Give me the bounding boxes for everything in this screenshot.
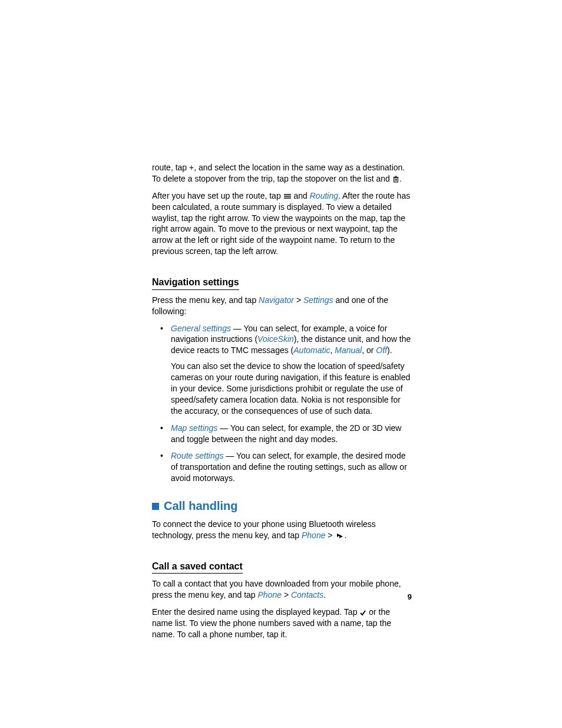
link-settings[interactable]: Settings <box>303 295 333 305</box>
paragraph-route-delete: route, tap +, and select the location in… <box>152 162 412 185</box>
link-voiceskin[interactable]: VoiceSkin <box>257 334 294 344</box>
square-bullet-icon <box>152 503 159 510</box>
paragraph-routing: After you have set up the route, tap and… <box>152 190 412 257</box>
svg-rect-5 <box>395 176 396 177</box>
link-route-settings[interactable]: Route settings <box>171 451 224 460</box>
checkmark-icon <box>359 610 366 617</box>
link-contacts[interactable]: Contacts <box>291 590 323 599</box>
paragraph-contact-1: To call a contact that you have download… <box>152 578 412 601</box>
link-off[interactable]: Off <box>376 345 387 355</box>
menu-icon <box>283 193 292 199</box>
trash-icon <box>392 176 399 183</box>
link-phone[interactable]: Phone <box>302 531 325 540</box>
heading-navigation-settings: Navigation settings <box>152 276 239 290</box>
paragraph-contact-2: Enter the desired name using the display… <box>152 607 412 640</box>
link-routing[interactable]: Routing <box>310 191 338 200</box>
page-number: 9 <box>408 592 412 601</box>
link-navigator[interactable]: Navigator <box>259 295 294 305</box>
bullet-list: General settings — You can select, for e… <box>152 323 412 485</box>
link-map-settings[interactable]: Map settings <box>171 423 217 433</box>
svg-marker-10 <box>339 535 343 538</box>
sub-paragraph: You can also set the device to show the … <box>171 361 412 416</box>
link-automatic[interactable]: Automatic <box>293 345 330 355</box>
link-general-settings[interactable]: General settings <box>171 324 231 333</box>
paragraph-nav-intro: Press the menu key, and tap Navigator > … <box>152 295 412 317</box>
paragraph-call-intro: To connect the device to your phone usin… <box>152 519 412 541</box>
link-manual[interactable]: Manual <box>335 345 362 355</box>
heading-call-handling: Call handling <box>152 498 412 514</box>
heading-call-saved-contact: Call a saved contact <box>152 560 243 574</box>
list-item: Map settings — You can select, for examp… <box>163 423 412 445</box>
list-item: Route settings — You can select, for exa… <box>163 450 412 484</box>
list-item: General settings — You can select, for e… <box>163 323 412 417</box>
link-phone[interactable]: Phone <box>258 590 282 599</box>
bluetooth-connect-icon <box>335 532 344 539</box>
document-page: route, tap +, and select the location in… <box>0 0 562 640</box>
plus-symbol: + <box>189 163 194 172</box>
